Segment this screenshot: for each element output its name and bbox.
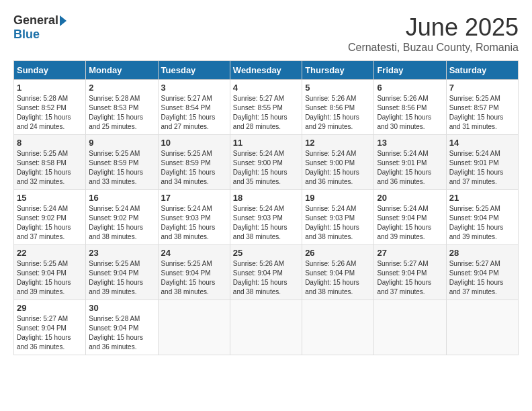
month-year-title: June 2025 [348,13,519,42]
day-number: 30 [89,303,154,313]
calendar-day-cell: 3 Sunrise: 5:27 AMSunset: 8:54 PMDayligh… [158,80,230,135]
day-number: 5 [305,83,371,93]
day-number: 14 [449,138,515,148]
calendar-day-cell [158,300,230,355]
calendar-day-cell: 6 Sunrise: 5:26 AMSunset: 8:56 PMDayligh… [374,80,446,135]
day-number: 8 [17,138,83,148]
day-info: Sunrise: 5:25 AMSunset: 9:04 PMDaylight:… [449,205,504,240]
day-number: 1 [17,83,83,93]
day-info: Sunrise: 5:24 AMSunset: 9:02 PMDaylight:… [17,205,71,240]
calendar-day-cell: 16 Sunrise: 5:24 AMSunset: 9:02 PMDaylig… [86,190,158,245]
calendar-day-cell [374,300,446,355]
calendar-day-cell: 9 Sunrise: 5:25 AMSunset: 8:59 PMDayligh… [86,135,158,190]
calendar-day-cell: 4 Sunrise: 5:27 AMSunset: 8:55 PMDayligh… [230,80,302,135]
calendar-day-cell: 11 Sunrise: 5:24 AMSunset: 9:00 PMDaylig… [230,135,302,190]
calendar-day-cell [230,300,302,355]
day-number: 18 [233,193,299,203]
day-info: Sunrise: 5:24 AMSunset: 9:00 PMDaylight:… [233,150,287,185]
day-number: 16 [89,193,154,203]
day-info: Sunrise: 5:24 AMSunset: 9:03 PMDaylight:… [161,205,216,240]
day-info: Sunrise: 5:26 AMSunset: 8:56 PMDaylight:… [377,95,431,130]
day-number: 20 [377,193,443,203]
day-info: Sunrise: 5:28 AMSunset: 9:04 PMDaylight:… [89,315,143,351]
day-info: Sunrise: 5:25 AMSunset: 9:04 PMDaylight:… [89,260,143,295]
day-number: 13 [377,138,443,148]
logo: General Blue [13,13,66,42]
day-info: Sunrise: 5:27 AMSunset: 9:04 PMDaylight:… [449,260,504,295]
day-info: Sunrise: 5:25 AMSunset: 8:58 PMDaylight:… [17,150,71,185]
day-number: 12 [305,138,371,148]
calendar-day-cell: 21 Sunrise: 5:25 AMSunset: 9:04 PMDaylig… [446,190,518,245]
header-saturday: Saturday [446,61,518,80]
day-info: Sunrise: 5:24 AMSunset: 9:01 PMDaylight:… [377,150,431,185]
calendar-week-row: 8 Sunrise: 5:25 AMSunset: 8:58 PMDayligh… [14,135,519,190]
calendar-day-cell: 19 Sunrise: 5:24 AMSunset: 9:03 PMDaylig… [302,190,374,245]
day-number: 28 [449,248,515,258]
calendar-day-cell: 14 Sunrise: 5:24 AMSunset: 9:01 PMDaylig… [446,135,518,190]
calendar-day-cell: 7 Sunrise: 5:25 AMSunset: 8:57 PMDayligh… [446,80,518,135]
day-number: 23 [89,248,154,258]
header-thursday: Thursday [302,61,374,80]
header-wednesday: Wednesday [230,61,302,80]
day-info: Sunrise: 5:24 AMSunset: 9:00 PMDaylight:… [305,150,359,185]
day-info: Sunrise: 5:24 AMSunset: 9:04 PMDaylight:… [377,205,431,240]
day-info: Sunrise: 5:28 AMSunset: 8:52 PMDaylight:… [17,95,71,130]
day-info: Sunrise: 5:26 AMSunset: 8:56 PMDaylight:… [305,95,359,130]
day-number: 11 [233,138,299,148]
header-friday: Friday [374,61,446,80]
calendar-day-cell: 28 Sunrise: 5:27 AMSunset: 9:04 PMDaylig… [446,245,518,300]
day-number: 19 [305,193,371,203]
calendar-day-cell: 30 Sunrise: 5:28 AMSunset: 9:04 PMDaylig… [86,300,158,355]
calendar-week-row: 29 Sunrise: 5:27 AMSunset: 9:04 PMDaylig… [14,300,519,355]
calendar-table: Sunday Monday Tuesday Wednesday Thursday… [13,60,519,355]
calendar-day-cell: 18 Sunrise: 5:24 AMSunset: 9:03 PMDaylig… [230,190,302,245]
day-number: 15 [17,193,83,203]
calendar-day-cell [302,300,374,355]
title-section: June 2025 Cernatesti, Buzau County, Roma… [348,13,519,54]
day-info: Sunrise: 5:24 AMSunset: 9:03 PMDaylight:… [233,205,287,240]
day-info: Sunrise: 5:25 AMSunset: 8:59 PMDaylight:… [89,150,143,185]
day-number: 7 [449,83,515,93]
day-number: 24 [161,248,227,258]
calendar-day-cell: 22 Sunrise: 5:25 AMSunset: 9:04 PMDaylig… [14,245,86,300]
page-header: General Blue June 2025 Cernatesti, Buzau… [13,13,519,54]
calendar-day-cell: 1 Sunrise: 5:28 AMSunset: 8:52 PMDayligh… [14,80,86,135]
day-info: Sunrise: 5:27 AMSunset: 8:55 PMDaylight:… [233,95,287,130]
day-info: Sunrise: 5:27 AMSunset: 9:04 PMDaylight:… [377,260,431,295]
calendar-day-cell: 26 Sunrise: 5:26 AMSunset: 9:04 PMDaylig… [302,245,374,300]
day-info: Sunrise: 5:25 AMSunset: 9:04 PMDaylight:… [17,260,71,295]
calendar-day-cell: 20 Sunrise: 5:24 AMSunset: 9:04 PMDaylig… [374,190,446,245]
day-number: 2 [89,83,154,93]
day-info: Sunrise: 5:25 AMSunset: 9:04 PMDaylight:… [161,260,216,295]
header-sunday: Sunday [14,61,86,80]
calendar-day-cell: 15 Sunrise: 5:24 AMSunset: 9:02 PMDaylig… [14,190,86,245]
day-info: Sunrise: 5:25 AMSunset: 8:57 PMDaylight:… [449,95,504,130]
day-info: Sunrise: 5:25 AMSunset: 8:59 PMDaylight:… [161,150,216,185]
calendar-header-row: Sunday Monday Tuesday Wednesday Thursday… [14,61,519,80]
calendar-day-cell: 13 Sunrise: 5:24 AMSunset: 9:01 PMDaylig… [374,135,446,190]
calendar-day-cell [446,300,518,355]
calendar-day-cell: 10 Sunrise: 5:25 AMSunset: 8:59 PMDaylig… [158,135,230,190]
day-number: 3 [161,83,227,93]
day-number: 9 [89,138,154,148]
calendar-day-cell: 8 Sunrise: 5:25 AMSunset: 8:58 PMDayligh… [14,135,86,190]
day-number: 17 [161,193,227,203]
day-number: 4 [233,83,299,93]
calendar-week-row: 22 Sunrise: 5:25 AMSunset: 9:04 PMDaylig… [14,245,519,300]
calendar-day-cell: 12 Sunrise: 5:24 AMSunset: 9:00 PMDaylig… [302,135,374,190]
calendar-day-cell: 27 Sunrise: 5:27 AMSunset: 9:04 PMDaylig… [374,245,446,300]
calendar-day-cell: 29 Sunrise: 5:27 AMSunset: 9:04 PMDaylig… [14,300,86,355]
calendar-day-cell: 5 Sunrise: 5:26 AMSunset: 8:56 PMDayligh… [302,80,374,135]
day-info: Sunrise: 5:27 AMSunset: 9:04 PMDaylight:… [17,315,71,351]
location-subtitle: Cernatesti, Buzau County, Romania [348,42,519,54]
calendar-day-cell: 2 Sunrise: 5:28 AMSunset: 8:53 PMDayligh… [86,80,158,135]
logo-general-text: General [13,13,58,28]
day-number: 6 [377,83,443,93]
calendar-week-row: 15 Sunrise: 5:24 AMSunset: 9:02 PMDaylig… [14,190,519,245]
calendar-day-cell: 23 Sunrise: 5:25 AMSunset: 9:04 PMDaylig… [86,245,158,300]
calendar-day-cell: 25 Sunrise: 5:26 AMSunset: 9:04 PMDaylig… [230,245,302,300]
day-number: 29 [17,303,83,313]
day-info: Sunrise: 5:24 AMSunset: 9:02 PMDaylight:… [89,205,143,240]
day-number: 21 [449,193,515,203]
day-info: Sunrise: 5:27 AMSunset: 8:54 PMDaylight:… [161,95,216,130]
